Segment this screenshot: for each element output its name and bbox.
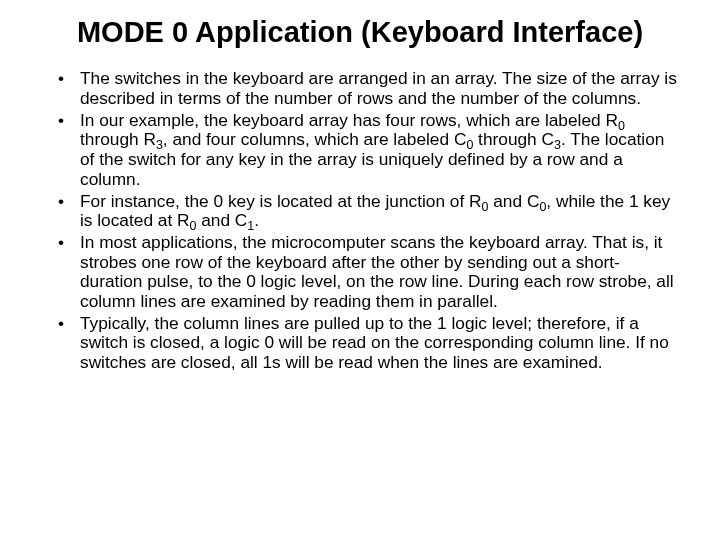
bullet-text: , and four columns, which are labeled C xyxy=(163,129,467,149)
bullet-text: through C xyxy=(473,129,554,149)
bullet-text: In our example, the keyboard array has f… xyxy=(80,110,618,130)
list-item: Typically, the column lines are pulled u… xyxy=(80,314,678,373)
bullet-text: In most applications, the microcomputer … xyxy=(80,232,674,311)
list-item: The switches in the keyboard are arrange… xyxy=(80,69,678,108)
bullet-text: For instance, the 0 key is located at th… xyxy=(80,191,482,211)
bullet-text: and C xyxy=(488,191,539,211)
bullet-text: through R xyxy=(80,129,156,149)
bullet-text: . xyxy=(254,210,259,230)
slide-title: MODE 0 Application (Keyboard Interface) xyxy=(72,16,648,49)
bullet-text: The switches in the keyboard are arrange… xyxy=(80,68,677,108)
bullet-list: The switches in the keyboard are arrange… xyxy=(42,69,678,373)
bullet-text: and C xyxy=(196,210,247,230)
list-item: In our example, the keyboard array has f… xyxy=(80,111,678,190)
slide: MODE 0 Application (Keyboard Interface) … xyxy=(0,0,720,540)
bullet-text: Typically, the column lines are pulled u… xyxy=(80,313,669,372)
list-item: In most applications, the microcomputer … xyxy=(80,233,678,312)
list-item: For instance, the 0 key is located at th… xyxy=(80,192,678,231)
